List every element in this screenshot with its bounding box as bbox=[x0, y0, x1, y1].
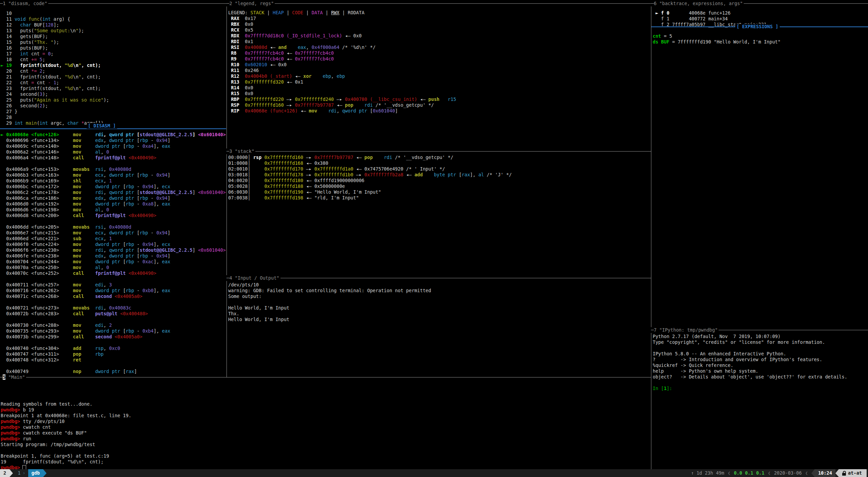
terminal-line: 24 second(3); bbox=[1, 91, 109, 97]
terminal-line: 00:0000│ rsp 0x7fffffffd160 —▸ 0x7ffff7b… bbox=[228, 155, 512, 160]
date-text: 2020-03-06 bbox=[774, 470, 802, 476]
powerline-arrow-icon bbox=[835, 469, 839, 477]
terminal-line: 0x4006b9 <func+169> shl ecx, 1 bbox=[1, 178, 226, 184]
terminal-line bbox=[1, 276, 226, 282]
terminal-line: /dev/pts/10 bbox=[228, 282, 431, 288]
terminal-line: 0x4006bc <func+172> mov dword ptr [rbp -… bbox=[1, 184, 226, 190]
terminal-line: 0x4006d0 <func+192> mov dword ptr [rbp -… bbox=[1, 201, 226, 207]
terminal-line: pwndbg> b 19 bbox=[1, 407, 131, 413]
terminal-line: warning: GDB: Failed to set controlling … bbox=[228, 288, 431, 294]
uptime-arrow-icon: ↑ bbox=[691, 470, 694, 476]
terminal-line: 05:0028│ 0x7fffffffd188 ◂— 0x50000000e bbox=[228, 183, 512, 189]
terminal-line: 0x40073b <func+299> call second <0x4005a… bbox=[1, 334, 226, 340]
pane-input-output[interactable]: /dev/pts/10warning: GDB: Failed to set c… bbox=[227, 278, 651, 377]
terminal-line: 0x400747 <func+311> pop rbp bbox=[1, 351, 226, 357]
status-right: ↑ 1d 23h 49m ❮ 0.0 0.1 0.1 ❮ 2020-03-06 … bbox=[691, 469, 868, 477]
terminal-line: 0x4006d6 <func+198> mov al, 0 bbox=[1, 207, 226, 213]
load-average: 0.0 0.1 0.1 bbox=[734, 470, 764, 476]
terminal-line: 0x4006ca <func+186> mov edx, dword ptr [… bbox=[1, 195, 226, 201]
terminal-line: ► 0x40068e <func+126> mov rdi, qword ptr… bbox=[1, 132, 226, 138]
terminal-line: R10 0x602010 ◂— 0x0 bbox=[228, 62, 456, 68]
pane-disasm-code[interactable]: 10 11 void func(int arg) { 12 char BUF[1… bbox=[0, 4, 226, 377]
window-index[interactable]: 1 bbox=[18, 470, 20, 476]
terminal-line: Some output: bbox=[228, 294, 431, 299]
terminal-line: object? -> Details about 'object', use '… bbox=[653, 374, 847, 380]
pane-ipython[interactable]: Python 2.7.17 (default, Nov 7 2019, 10:0… bbox=[651, 330, 868, 469]
ipython-listing[interactable]: Python 2.7.17 (default, Nov 7 2019, 10:0… bbox=[653, 334, 847, 391]
terminal-line: ─2 "legend, regs" bbox=[227, 1, 274, 6]
registers-listing: LEGEND: STACK | HEAP | CODE | DATA | RWX… bbox=[228, 10, 456, 114]
terminal-line: f 1 400772 main+34 bbox=[653, 16, 767, 22]
terminal-line: 0x4006ed <func+221> sub ecx, 1 bbox=[1, 236, 226, 242]
terminal-line: ds BUF = 7fffffffd190 "Hello World, I'm … bbox=[653, 39, 781, 45]
pane-title-disasm-code: ─1 "disasm, code" bbox=[0, 1, 48, 6]
terminal-line: 15 puts("Thx. "); bbox=[1, 39, 109, 45]
terminal-line: 0x40072b <func+283> call puts@plt <0x400… bbox=[1, 311, 226, 317]
pane-title-stack: ─3 "stack" bbox=[227, 148, 255, 154]
terminal-line: 0x40070c <func+252> call fprintf@plt <0x… bbox=[1, 270, 226, 276]
gdb-console-listing[interactable]: Reading symbols from test...done.pwndbg>… bbox=[1, 401, 131, 469]
terminal-line: 0x4006fe <func+238> mov edx, dword ptr [… bbox=[1, 253, 226, 259]
terminal-line: 17 int cnt = 0; bbox=[1, 51, 109, 57]
terminal-line: Type "copyright", "credits" or "license"… bbox=[653, 339, 847, 345]
terminal-line: 19 fprintf(stdout, "%d\n", cnt); bbox=[1, 459, 131, 465]
hostname-text: at-at bbox=[848, 470, 862, 476]
terminal-line: %quickref -> Quick reference. bbox=[653, 363, 847, 368]
pane-main-console[interactable]: Reading symbols from test...done.pwndbg>… bbox=[0, 377, 651, 469]
powerline-arrow-icon bbox=[811, 469, 815, 477]
terminal-line: pwndbg> cwatch execute "ds BUF" bbox=[1, 430, 131, 436]
terminal-line: 11 void func(int arg) { bbox=[1, 16, 109, 22]
terminal-line: 0x4006e7 <func+215> mov ecx, dword ptr [… bbox=[1, 230, 226, 236]
active-window-gdb[interactable]: gdb bbox=[28, 469, 43, 477]
terminal-line: 0x4006b3 <func+163> mov ecx, dword ptr [… bbox=[1, 172, 226, 178]
session-badge[interactable]: 2 bbox=[0, 469, 10, 477]
terminal-line: 03:0018│ 0x7fffffffd178 —▸ 0x7fffffffd1b… bbox=[228, 172, 512, 178]
terminal-line: 0x400696 <func+134> mov edx, dword ptr [… bbox=[1, 138, 226, 143]
chevron-left-icon: ❮ bbox=[728, 470, 730, 476]
terminal-line: 22 cnt = cnt - 1; bbox=[1, 80, 109, 86]
terminal-line: 26 second(2); bbox=[1, 103, 109, 109]
terminal-line: 0x4006a4 <func+148> call fprintf@plt <0x… bbox=[1, 155, 226, 161]
pane-legend-regs[interactable]: LEGEND: STACK | HEAP | CODE | DATA | RWX… bbox=[227, 4, 651, 151]
terminal-line bbox=[1, 218, 226, 224]
terminal-line: R13 0x7fffffffd320 ◂— 0x1 bbox=[228, 79, 456, 85]
disasm-listing: ► 0x40068e <func+126> mov rdi, qword ptr… bbox=[1, 132, 226, 374]
terminal-line bbox=[1, 299, 226, 305]
terminal-line: 27 } bbox=[1, 109, 109, 114]
terminal-line: 0x4006c2 <func+178> mov rdi, qword ptr [… bbox=[1, 190, 226, 195]
terminal-line: RDI 0x1 bbox=[228, 39, 456, 45]
terminal-line: 14 gets(BUF); bbox=[1, 34, 109, 39]
hostname-badge: at-at bbox=[839, 469, 867, 477]
chevron-icon: › bbox=[22, 470, 25, 476]
terminal-line: ► f 0 40068e func+126 bbox=[653, 10, 767, 16]
terminal-line: 13 puts("Some output:\n"); bbox=[1, 28, 109, 34]
terminal-line: 06:0030│ 0x7fffffffd190 ◂— "Hello World,… bbox=[228, 189, 512, 195]
terminal-line: RSI 0x40080d ◂— and eax, 0x4f000a64 /* '… bbox=[228, 45, 456, 50]
terminal-line: Starting program: /tmp/pwndbg/test bbox=[1, 442, 131, 447]
stack-listing: 00:0000│ rsp 0x7fffffffd160 —▸ 0x7ffff7b… bbox=[228, 155, 512, 201]
terminal-line: 0x400748 <func+312> ret bbox=[1, 357, 226, 363]
terminal-line: ─4 "Input / Output" bbox=[227, 275, 279, 281]
terminal-line: Hello World, I'm Input bbox=[228, 305, 431, 311]
terminal-line: 0x4006a9 <func+153> movabs rsi, 0x40080d bbox=[1, 166, 226, 172]
terminal-line: R9 0x7ffff7fcb4c0 ◂— 0x7ffff7fcb4c0 bbox=[228, 56, 456, 62]
terminal-line: 25 puts("Again as it was so nice"); bbox=[1, 97, 109, 103]
io-listing: /dev/pts/10warning: GDB: Failed to set c… bbox=[228, 282, 431, 322]
terminal-line: 04:0020│ 0x7fffffffd180 ◂— 0xffffd190000… bbox=[228, 178, 512, 183]
terminal-line: 0x400704 <func+244> mov dword ptr [rbp -… bbox=[1, 259, 226, 265]
pane-backtrace-expressions[interactable]: ► f 0 40068e func+126 f 1 400772 main+34… bbox=[651, 4, 868, 330]
pane-stack[interactable]: 00:0000│ rsp 0x7fffffffd160 —▸ 0x7ffff7b… bbox=[227, 152, 651, 278]
terminal-line: ─3 "stack" bbox=[227, 148, 254, 154]
pane-title-main: ─5 "Main" bbox=[0, 374, 26, 380]
terminal-line: 0x40069c <func+140> mov dword ptr [rbp -… bbox=[1, 143, 226, 149]
terminal-line: 0x4006a2 <func+146> mov al, 0 bbox=[1, 149, 226, 155]
terminal-line bbox=[228, 299, 431, 305]
terminal-line: pwndbg> run bbox=[1, 436, 131, 442]
terminal-cursor[interactable] bbox=[23, 465, 26, 469]
pane-title-ipython: ─7 "IPython: tmp/pwndbg" bbox=[651, 327, 719, 333]
terminal-line: 0x400740 <func+304> add rsp, 0xc0 bbox=[1, 346, 226, 351]
terminal-line: pwndbg> bbox=[1, 465, 131, 469]
chevron-left-icon: ❮ bbox=[768, 470, 771, 476]
terminal-line: 0x4006dd <func+205> movabs rsi, 0x40080d bbox=[1, 224, 226, 230]
status-left: 2 1 › gdb bbox=[0, 469, 47, 477]
